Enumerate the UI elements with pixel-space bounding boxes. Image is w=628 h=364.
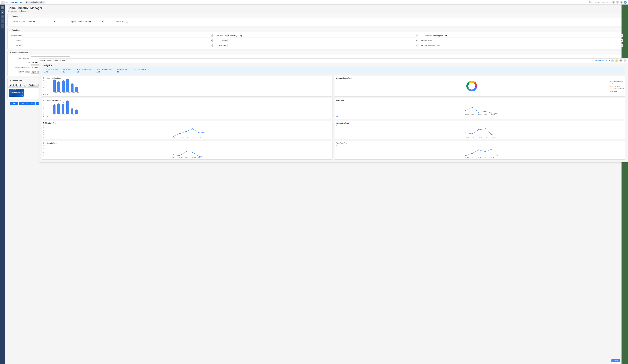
comms-week-5: Week 5 bbox=[72, 92, 76, 93]
left-sidebar: ⌂ ⊞ ✉ ⚙ ••• bbox=[0, 4, 5, 364]
alerts-week-3: Week 3 bbox=[478, 114, 482, 115]
analytics-nav-sep1: › bbox=[46, 60, 46, 61]
unique-week-1: Week 1 bbox=[52, 114, 56, 116]
schedule-email-button[interactable]: Schedule Email bbox=[19, 102, 34, 105]
location-select[interactable]: London (0200-0004) bbox=[433, 34, 623, 37]
notif-details-header: ▼ Notification Details bbox=[8, 51, 625, 55]
emails-pt-1 bbox=[173, 154, 174, 155]
user-avatar[interactable]: U bbox=[624, 1, 627, 4]
banner-text: IT'S OPEN ENROLLMENT TIME! bbox=[9, 92, 24, 95]
y-axis-alerts: 151050 bbox=[336, 103, 337, 116]
notif-sent-line bbox=[173, 129, 206, 136]
analytics-settings-icon[interactable]: ⚙ bbox=[619, 59, 622, 62]
svg-text:Week 1: Week 1 bbox=[465, 157, 469, 158]
send-to-all-checkbox[interactable] bbox=[126, 21, 128, 23]
svg-text:Week 2: Week 2 bbox=[471, 157, 475, 158]
charts-grid-row4: Total Emails Sent 1086420 Week 1 Week 2 … bbox=[39, 141, 628, 162]
italic-button[interactable]: I bbox=[12, 84, 15, 87]
svg-text:Week 1: Week 1 bbox=[172, 157, 176, 158]
analytics-close-icon[interactable]: ✕ bbox=[624, 59, 627, 62]
access-control-select-wrapper[interactable] bbox=[23, 34, 213, 37]
department-select[interactable] bbox=[228, 44, 417, 47]
stat-broadcasts: Total Broadcasts 58 bbox=[117, 69, 128, 73]
email-body-toggle[interactable]: ▼ bbox=[9, 80, 11, 81]
receivers-section: ▼ Receivers Access Control Business Unit… bbox=[7, 28, 626, 49]
stat-unique-receivers-label: Total Unique Receivers bbox=[77, 69, 92, 70]
select-employee-select[interactable] bbox=[441, 44, 623, 47]
legend-email-dot bbox=[611, 83, 612, 84]
svg-text:Week 2: Week 2 bbox=[179, 136, 183, 138]
select-employee-wrapper[interactable] bbox=[441, 44, 623, 47]
stat-message-types: Total Message Types 7 bbox=[132, 69, 146, 73]
alerts-line bbox=[466, 107, 498, 114]
strikethrough-button[interactable]: S bbox=[19, 84, 22, 87]
unique-bar-val-4 bbox=[66, 101, 69, 114]
analytics-bell-icon[interactable]: 🔔 bbox=[615, 59, 618, 62]
notif-sent-svg: Week 1 Week 2 Week 3 Week 4 Week 5 bbox=[48, 125, 331, 138]
admin-button[interactable]: Admin bbox=[612, 359, 620, 362]
legend-email: Email (No) bbox=[611, 83, 624, 85]
notification-sent-chart: Notification Sent 1086420 Week 1 Week 2 … bbox=[42, 121, 333, 139]
division-select[interactable] bbox=[228, 39, 417, 42]
total-sms-title: Total SMS Sent bbox=[336, 142, 624, 144]
comms-week-3: Week 3 bbox=[63, 92, 67, 93]
sidebar-item-communications[interactable]: ✉ bbox=[1, 15, 4, 18]
sidebar-item-grid[interactable]: ⊞ bbox=[1, 10, 4, 14]
bold-button[interactable]: B bbox=[9, 84, 11, 87]
banner-badge bbox=[22, 95, 23, 96]
sms-line bbox=[466, 149, 498, 156]
analytics-nav-admin: Admin bbox=[62, 60, 66, 61]
align-button[interactable]: ≡ bbox=[23, 84, 26, 87]
notif-read-pt-1 bbox=[466, 132, 466, 133]
template-select-wrapper[interactable]: Open Enrollment bbox=[78, 20, 104, 23]
font-family-select[interactable]: Verdana bbox=[28, 84, 39, 87]
legend-status-label: Status Group bbox=[612, 86, 620, 87]
company-select-wrapper[interactable] bbox=[23, 44, 213, 47]
header-toggle-icon[interactable]: ▼ bbox=[9, 15, 11, 17]
svg-text:Week 3: Week 3 bbox=[478, 157, 482, 158]
bell-icon[interactable]: 🔔 bbox=[616, 1, 619, 4]
notification-type-select-wrapper[interactable]: Open offer bbox=[27, 20, 56, 23]
location-group-select[interactable] bbox=[433, 39, 623, 42]
gender-select-wrapper[interactable] bbox=[23, 39, 213, 42]
gear-icon[interactable]: ⚙ bbox=[620, 1, 623, 4]
location-group-group: Location Group bbox=[420, 39, 623, 42]
business-unit-select[interactable]: Corporate (CORP) bbox=[228, 34, 417, 37]
sidebar-item-more[interactable]: ••• bbox=[1, 24, 4, 28]
send-button[interactable]: Send bbox=[10, 102, 18, 105]
department-select-wrapper[interactable] bbox=[228, 44, 417, 47]
alerts-week-2: Week 2 bbox=[471, 114, 475, 115]
search-icon[interactable]: 🔍 bbox=[612, 1, 615, 4]
division-select-wrapper[interactable] bbox=[228, 39, 417, 42]
unique-bar-val-5 bbox=[71, 109, 73, 114]
underline-button[interactable]: U bbox=[15, 84, 18, 87]
hub-tab[interactable]: Communication Hub ▾ bbox=[25, 1, 45, 3]
notif-details-toggle[interactable]: ▼ bbox=[9, 52, 11, 54]
svg-text:Week 4: Week 4 bbox=[484, 157, 488, 158]
sidebar-item-home[interactable]: ⌂ bbox=[1, 6, 4, 9]
gender-group: Gender bbox=[10, 39, 213, 42]
y-axis-notif-read: 1086420 bbox=[336, 125, 337, 138]
sidebar-item-settings[interactable]: ⚙ bbox=[1, 19, 4, 23]
comms-week-6: Week 6 bbox=[77, 92, 80, 93]
access-control-select[interactable] bbox=[23, 34, 212, 37]
analytics-search-icon[interactable]: 🔍 bbox=[611, 59, 614, 62]
alerts-week-5: Week 5 bbox=[491, 114, 495, 115]
svg-text:Week 1: Week 1 bbox=[172, 136, 176, 138]
svg-text:Week 5: Week 5 bbox=[198, 136, 202, 138]
business-unit-select-wrapper[interactable]: Corporate (CORP) bbox=[228, 34, 417, 37]
company-select[interactable] bbox=[23, 44, 212, 47]
total-emails-chart: Total Emails Sent 1086420 Week 1 Week 2 … bbox=[42, 141, 333, 160]
svg-text:Week 2: Week 2 bbox=[179, 157, 183, 158]
unique-receivers-title: Total Unique Receivers bbox=[43, 100, 331, 102]
unique-week-5: Week 5 bbox=[70, 114, 74, 116]
analytics-hub-tab[interactable]: Communication Hub ▾ bbox=[594, 60, 610, 61]
template-select[interactable]: Open Enrollment bbox=[78, 20, 103, 23]
location-select-wrapper[interactable]: London (0200-0004) bbox=[433, 34, 623, 37]
notification-type-select[interactable]: Open offer bbox=[27, 20, 56, 23]
division-label: Division bbox=[215, 40, 227, 42]
receivers-toggle-icon[interactable]: ▼ bbox=[9, 29, 11, 31]
gender-select[interactable] bbox=[23, 39, 212, 42]
location-group-select-wrapper[interactable] bbox=[433, 39, 623, 42]
svg-text:Week 4: Week 4 bbox=[192, 157, 196, 158]
